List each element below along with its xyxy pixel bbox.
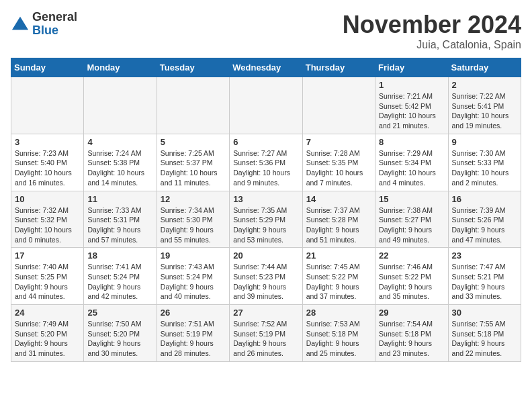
day-number: 7 [306, 137, 371, 147]
day-info: Sunrise: 7:29 AM Sunset: 5:34 PM Dayligh… [379, 148, 444, 188]
day-number: 26 [161, 308, 226, 318]
calendar-week-row: 10Sunrise: 7:32 AM Sunset: 5:32 PM Dayli… [11, 191, 521, 248]
day-info: Sunrise: 7:53 AM Sunset: 5:18 PM Dayligh… [306, 319, 371, 359]
calendar-cell: 1Sunrise: 7:21 AM Sunset: 5:42 PM Daylig… [375, 77, 448, 134]
calendar-cell: 24Sunrise: 7:49 AM Sunset: 5:20 PM Dayli… [11, 305, 84, 362]
day-info: Sunrise: 7:54 AM Sunset: 5:18 PM Dayligh… [379, 319, 444, 359]
day-number: 6 [233, 137, 298, 147]
day-info: Sunrise: 7:21 AM Sunset: 5:42 PM Dayligh… [379, 91, 444, 131]
day-info: Sunrise: 7:49 AM Sunset: 5:20 PM Dayligh… [15, 319, 80, 359]
calendar-week-row: 1Sunrise: 7:21 AM Sunset: 5:42 PM Daylig… [11, 77, 521, 134]
day-number: 11 [87, 194, 152, 204]
day-number: 15 [379, 194, 444, 204]
calendar-cell: 7Sunrise: 7:28 AM Sunset: 5:35 PM Daylig… [302, 134, 375, 191]
calendar-cell: 25Sunrise: 7:50 AM Sunset: 5:20 PM Dayli… [84, 305, 157, 362]
calendar-cell: 2Sunrise: 7:22 AM Sunset: 5:41 PM Daylig… [448, 77, 521, 134]
day-number: 29 [379, 308, 444, 318]
day-info: Sunrise: 7:38 AM Sunset: 5:27 PM Dayligh… [379, 205, 444, 245]
calendar-cell: 27Sunrise: 7:52 AM Sunset: 5:19 PM Dayli… [230, 305, 302, 362]
day-info: Sunrise: 7:24 AM Sunset: 5:38 PM Dayligh… [87, 148, 152, 188]
calendar-cell: 28Sunrise: 7:53 AM Sunset: 5:18 PM Dayli… [302, 305, 375, 362]
day-info: Sunrise: 7:41 AM Sunset: 5:24 PM Dayligh… [87, 262, 152, 302]
day-number: 21 [306, 250, 371, 261]
day-info: Sunrise: 7:44 AM Sunset: 5:23 PM Dayligh… [233, 262, 298, 302]
day-info: Sunrise: 7:23 AM Sunset: 5:40 PM Dayligh… [15, 148, 80, 188]
calendar-cell: 30Sunrise: 7:55 AM Sunset: 5:18 PM Dayli… [448, 305, 521, 362]
logo-general: General [32, 11, 77, 24]
day-info: Sunrise: 7:25 AM Sunset: 5:37 PM Dayligh… [161, 148, 226, 188]
day-info: Sunrise: 7:39 AM Sunset: 5:26 PM Dayligh… [452, 205, 517, 245]
calendar-cell: 13Sunrise: 7:35 AM Sunset: 5:29 PM Dayli… [230, 191, 302, 248]
calendar-cell: 8Sunrise: 7:29 AM Sunset: 5:34 PM Daylig… [375, 134, 448, 191]
day-number: 10 [15, 194, 80, 204]
day-info: Sunrise: 7:35 AM Sunset: 5:29 PM Dayligh… [233, 205, 298, 245]
calendar-week-row: 17Sunrise: 7:40 AM Sunset: 5:25 PM Dayli… [11, 248, 521, 305]
day-of-week-header: Saturday [448, 58, 521, 77]
svg-marker-0 [12, 17, 28, 30]
day-number: 9 [452, 137, 517, 147]
day-number: 4 [87, 137, 152, 147]
calendar-cell: 3Sunrise: 7:23 AM Sunset: 5:40 PM Daylig… [11, 134, 84, 191]
calendar-cell: 16Sunrise: 7:39 AM Sunset: 5:26 PM Dayli… [448, 191, 521, 248]
calendar-table: SundayMondayTuesdayWednesdayThursdayFrid… [11, 58, 521, 362]
day-number: 5 [161, 137, 226, 147]
day-info: Sunrise: 7:40 AM Sunset: 5:25 PM Dayligh… [15, 262, 80, 302]
day-info: Sunrise: 7:30 AM Sunset: 5:33 PM Dayligh… [452, 148, 517, 188]
logo-text: General Blue [32, 11, 77, 38]
calendar-week-row: 3Sunrise: 7:23 AM Sunset: 5:40 PM Daylig… [11, 134, 521, 191]
day-info: Sunrise: 7:22 AM Sunset: 5:41 PM Dayligh… [452, 91, 517, 131]
day-info: Sunrise: 7:51 AM Sunset: 5:19 PM Dayligh… [161, 319, 226, 359]
day-number: 2 [452, 80, 517, 90]
calendar-cell: 21Sunrise: 7:45 AM Sunset: 5:22 PM Dayli… [302, 248, 375, 305]
day-number: 28 [306, 308, 371, 318]
day-of-week-header: Thursday [302, 58, 375, 77]
title-area: November 2024 Juia, Catalonia, Spain [343, 11, 521, 51]
day-info: Sunrise: 7:28 AM Sunset: 5:35 PM Dayligh… [306, 148, 371, 188]
day-number: 8 [379, 137, 444, 147]
day-number: 14 [306, 194, 371, 204]
calendar-cell: 20Sunrise: 7:44 AM Sunset: 5:23 PM Dayli… [230, 248, 302, 305]
calendar-cell: 17Sunrise: 7:40 AM Sunset: 5:25 PM Dayli… [11, 248, 84, 305]
calendar-cell: 14Sunrise: 7:37 AM Sunset: 5:28 PM Dayli… [302, 191, 375, 248]
day-number: 19 [161, 250, 226, 261]
day-info: Sunrise: 7:50 AM Sunset: 5:20 PM Dayligh… [87, 319, 152, 359]
page-header: General Blue November 2024 Juia, Catalon… [11, 11, 521, 51]
day-number: 30 [452, 308, 517, 318]
day-info: Sunrise: 7:47 AM Sunset: 5:21 PM Dayligh… [452, 262, 517, 302]
calendar-cell: 29Sunrise: 7:54 AM Sunset: 5:18 PM Dayli… [375, 305, 448, 362]
day-of-week-header: Monday [84, 58, 157, 77]
calendar-cell [11, 77, 84, 134]
day-info: Sunrise: 7:46 AM Sunset: 5:22 PM Dayligh… [379, 262, 444, 302]
calendar-week-row: 24Sunrise: 7:49 AM Sunset: 5:20 PM Dayli… [11, 305, 521, 362]
day-info: Sunrise: 7:45 AM Sunset: 5:22 PM Dayligh… [306, 262, 371, 302]
day-of-week-header: Tuesday [157, 58, 229, 77]
day-number: 17 [15, 250, 80, 261]
calendar-cell [84, 77, 157, 134]
calendar-cell: 26Sunrise: 7:51 AM Sunset: 5:19 PM Dayli… [157, 305, 229, 362]
day-number: 20 [233, 250, 298, 261]
day-number: 13 [233, 194, 298, 204]
day-info: Sunrise: 7:33 AM Sunset: 5:31 PM Dayligh… [87, 205, 152, 245]
day-number: 24 [15, 308, 80, 318]
calendar-cell: 11Sunrise: 7:33 AM Sunset: 5:31 PM Dayli… [84, 191, 157, 248]
day-info: Sunrise: 7:32 AM Sunset: 5:32 PM Dayligh… [15, 205, 80, 245]
day-number: 25 [87, 308, 152, 318]
day-number: 23 [452, 250, 517, 261]
calendar-cell [157, 77, 229, 134]
day-number: 18 [87, 250, 152, 261]
day-of-week-header: Sunday [11, 58, 84, 77]
calendar-cell: 9Sunrise: 7:30 AM Sunset: 5:33 PM Daylig… [448, 134, 521, 191]
calendar-cell: 5Sunrise: 7:25 AM Sunset: 5:37 PM Daylig… [157, 134, 229, 191]
calendar-cell: 22Sunrise: 7:46 AM Sunset: 5:22 PM Dayli… [375, 248, 448, 305]
calendar-cell: 10Sunrise: 7:32 AM Sunset: 5:32 PM Dayli… [11, 191, 84, 248]
calendar-cell: 15Sunrise: 7:38 AM Sunset: 5:27 PM Dayli… [375, 191, 448, 248]
calendar-cell: 6Sunrise: 7:27 AM Sunset: 5:36 PM Daylig… [230, 134, 302, 191]
calendar-cell [230, 77, 302, 134]
calendar-cell: 4Sunrise: 7:24 AM Sunset: 5:38 PM Daylig… [84, 134, 157, 191]
calendar-cell: 19Sunrise: 7:43 AM Sunset: 5:24 PM Dayli… [157, 248, 229, 305]
day-of-week-header: Friday [375, 58, 448, 77]
calendar-cell: 12Sunrise: 7:34 AM Sunset: 5:30 PM Dayli… [157, 191, 229, 248]
day-info: Sunrise: 7:27 AM Sunset: 5:36 PM Dayligh… [233, 148, 298, 188]
logo-blue: Blue [32, 24, 77, 38]
day-info: Sunrise: 7:52 AM Sunset: 5:19 PM Dayligh… [233, 319, 298, 359]
